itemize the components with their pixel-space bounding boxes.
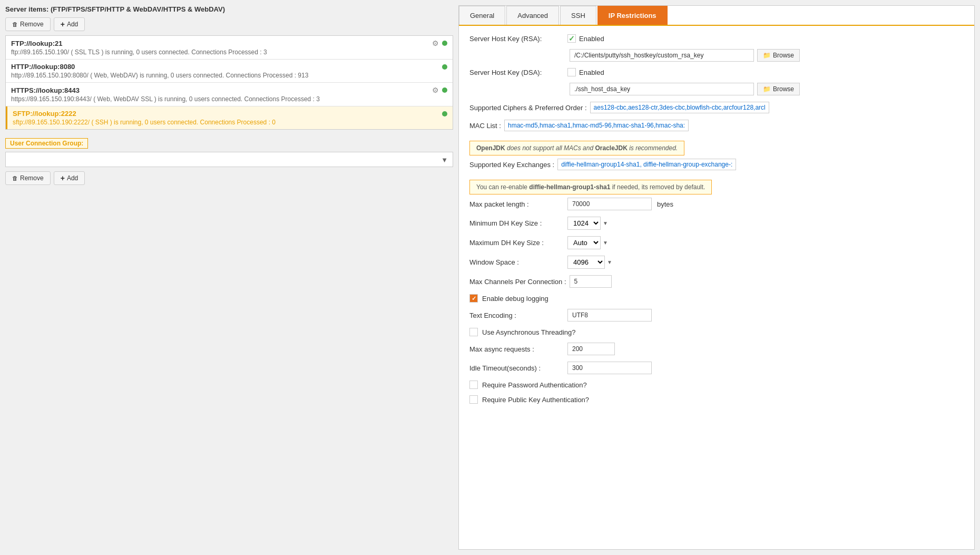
idle-timeout-label: Idle Timeout(seconds) : bbox=[469, 364, 564, 372]
kex-label: Supported Key Exchanges : bbox=[469, 161, 554, 169]
reenable-text3: if needed, its removed by default. bbox=[610, 183, 705, 191]
server-name-ftp: FTP://lookup:21 bbox=[11, 40, 63, 47]
server-name-https: HTTPS://lookup:8443 bbox=[11, 86, 80, 94]
warning-box: OpenJDK does not support all MACs and Or… bbox=[469, 141, 684, 155]
rsa-enabled-container: Enabled bbox=[567, 34, 604, 43]
server-item-https[interactable]: HTTPS://lookup:8443 ⚙ https://89.165.150… bbox=[6, 83, 453, 106]
max-async-input[interactable] bbox=[567, 343, 615, 355]
require-password-checkbox[interactable] bbox=[469, 381, 478, 389]
dsa-enabled-container: Enabled bbox=[567, 68, 604, 76]
status-dot-http bbox=[442, 64, 447, 70]
max-packet-input[interactable] bbox=[567, 198, 652, 210]
server-desc-ftp: ftp://89.165.150.190/ ( SSL TLS ) is run… bbox=[11, 48, 447, 56]
ucg-dropdown[interactable] bbox=[5, 152, 453, 167]
dsa-path-row: 📁 Browse bbox=[469, 83, 964, 95]
tab-ip-restrictions[interactable]: IP Restrictions bbox=[597, 6, 668, 25]
async-threading-checkbox[interactable] bbox=[469, 328, 478, 336]
require-pubkey-checkbox[interactable] bbox=[469, 395, 478, 404]
tab-advanced[interactable]: Advanced bbox=[506, 6, 559, 25]
warning-text4: is recommended. bbox=[628, 144, 678, 152]
tab-ssh[interactable]: SSH bbox=[560, 6, 596, 25]
remove-button-bottom[interactable]: Remove bbox=[5, 171, 51, 185]
tab-bar: General Advanced SSH IP Restrictions bbox=[459, 6, 974, 26]
status-dot-https bbox=[442, 87, 447, 93]
status-dot-ftp bbox=[442, 41, 447, 46]
text-encoding-label: Text Encoding : bbox=[469, 311, 564, 319]
reenable-text1: You can re-enable bbox=[476, 183, 529, 191]
server-status-ftp: ⚙ bbox=[432, 39, 447, 47]
server-name-sftp: SFTP://lookup:2222 bbox=[13, 110, 76, 118]
async-threading-label: Use Asynchronous Threading? bbox=[482, 328, 576, 336]
dsa-enabled-label: Enabled bbox=[579, 69, 604, 76]
ssh-tab-content: Server Host Key (RSA): Enabled 📁 Browse … bbox=[459, 26, 974, 418]
server-status-sftp bbox=[442, 111, 447, 116]
max-packet-row: Max packet length : bytes bbox=[469, 198, 964, 210]
dsa-enabled-checkbox[interactable] bbox=[567, 68, 576, 76]
mac-row: MAC List : hmac-md5,hmac-sha1,hmac-md5-9… bbox=[469, 120, 964, 131]
server-item-http[interactable]: HTTP://lookup:8080 http://89.165.150.190… bbox=[6, 60, 453, 83]
server-list: FTP://lookup:21 ⚙ ftp://89.165.150.190/ … bbox=[5, 35, 453, 130]
debug-logging-checkbox[interactable] bbox=[469, 294, 478, 303]
max-async-row: Max async requests : bbox=[469, 343, 964, 355]
text-encoding-row: Text Encoding : bbox=[469, 309, 964, 322]
window-space-select[interactable]: 4096 8192 16384 bbox=[567, 256, 605, 269]
text-encoding-input[interactable] bbox=[567, 309, 652, 322]
warning-oraclejdk: OracleJDK bbox=[595, 144, 627, 152]
window-space-row: Window Space : 4096 8192 16384 ▼ bbox=[469, 256, 964, 269]
remove-button-top[interactable]: Remove bbox=[5, 17, 51, 31]
server-item-sftp[interactable]: SFTP://lookup:2222 sftp://89.165.150.190… bbox=[6, 106, 453, 129]
max-channels-input[interactable] bbox=[570, 275, 612, 288]
folder-icon: 📁 bbox=[763, 52, 771, 59]
rsa-path-row: 📁 Browse bbox=[469, 49, 964, 62]
server-item-ftp[interactable]: FTP://lookup:21 ⚙ ftp://89.165.150.190/ … bbox=[6, 36, 453, 60]
max-packet-label: Max packet length : bbox=[469, 200, 564, 208]
config-icon-https[interactable]: ⚙ bbox=[432, 86, 439, 94]
server-desc-https: https://89.165.150.190:8443/ ( Web, WebD… bbox=[11, 95, 447, 103]
rsa-row: Server Host Key (RSA): Enabled bbox=[469, 34, 964, 43]
rsa-path-input[interactable] bbox=[570, 49, 754, 62]
ciphers-label: Supported Ciphers & Preferred Order : bbox=[469, 104, 587, 112]
warning-openjdk: OpenJDK bbox=[476, 144, 505, 152]
max-async-label: Max async requests : bbox=[469, 345, 564, 353]
kex-row: Supported Key Exchanges : diffie-hellman… bbox=[469, 159, 964, 170]
server-status-https: ⚙ bbox=[432, 86, 447, 94]
reenable-box: You can re-enable diffie-hellman-group1-… bbox=[469, 180, 712, 194]
chevron-down-icon-max: ▼ bbox=[603, 240, 608, 246]
mac-value[interactable]: hmac-md5,hmac-sha1,hmac-md5-96,hmac-sha1… bbox=[504, 120, 689, 131]
add-button-top[interactable]: Add bbox=[54, 17, 85, 31]
ucg-dropdown-container: ▼ bbox=[5, 152, 453, 167]
server-desc-sftp: sftp://89.165.150.190:2222/ ( SSH ) is r… bbox=[13, 119, 447, 126]
idle-timeout-row: Idle Timeout(seconds) : bbox=[469, 362, 964, 374]
folder-icon2: 📁 bbox=[763, 85, 771, 93]
server-name-http: HTTP://lookup:8080 bbox=[11, 63, 75, 71]
rsa-label: Server Host Key (RSA): bbox=[469, 35, 564, 43]
debug-logging-row: Enable debug logging bbox=[469, 294, 964, 303]
ucg-label[interactable]: User Connection Group: bbox=[5, 138, 88, 149]
right-panel: General Advanced SSH IP Restrictions Ser… bbox=[458, 5, 975, 550]
idle-timeout-input[interactable] bbox=[567, 362, 652, 374]
ciphers-value[interactable]: aes128-cbc,aes128-ctr,3des-cbc,blowfish-… bbox=[590, 102, 769, 113]
kex-value[interactable]: diffie-hellman-group14-sha1, diffie-hell… bbox=[557, 159, 736, 170]
mac-label: MAC List : bbox=[469, 122, 501, 130]
server-desc-http: http://89.165.150.190:8080/ ( Web, WebDA… bbox=[11, 72, 447, 79]
min-dh-select[interactable]: 1024 2048 4096 bbox=[567, 217, 601, 230]
chevron-down-icon-min: ▼ bbox=[603, 220, 608, 226]
bytes-label: bytes bbox=[657, 200, 673, 208]
rsa-enabled-checkbox[interactable] bbox=[567, 34, 576, 43]
tab-general[interactable]: General bbox=[459, 6, 505, 25]
max-dh-select[interactable]: Auto 1024 2048 4096 bbox=[567, 236, 601, 249]
require-pubkey-row: Require Public Key Authentication? bbox=[469, 395, 964, 404]
require-password-row: Require Password Authentication? bbox=[469, 381, 964, 389]
panel-title: Server items: (FTP/FTPS/SFTP/HTTP & WebD… bbox=[5, 5, 453, 13]
max-channels-label: Max Channels Per Connection : bbox=[469, 278, 566, 286]
dsa-row: Server Host Key (DSA): Enabled bbox=[469, 68, 964, 76]
min-dh-row: Minimum DH Key Size : 1024 2048 4096 ▼ bbox=[469, 217, 964, 230]
config-icon-ftp[interactable]: ⚙ bbox=[432, 39, 439, 47]
max-dh-row: Maximum DH Key Size : Auto 1024 2048 409… bbox=[469, 236, 964, 249]
require-password-label: Require Password Authentication? bbox=[482, 381, 587, 389]
dsa-browse-button[interactable]: 📁 Browse bbox=[757, 83, 800, 95]
dsa-path-input[interactable] bbox=[570, 83, 754, 95]
add-button-bottom[interactable]: Add bbox=[54, 171, 85, 185]
status-dot-sftp bbox=[442, 111, 447, 116]
rsa-browse-button[interactable]: 📁 Browse bbox=[757, 49, 800, 62]
